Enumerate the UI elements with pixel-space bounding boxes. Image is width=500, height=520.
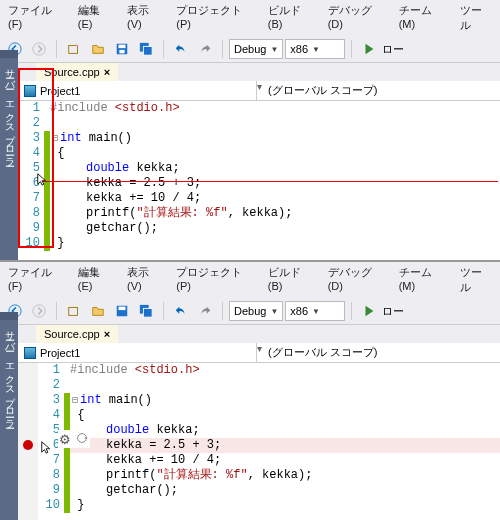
breakpoint-gutter[interactable] [18,363,38,520]
code-area[interactable]: #include <stdio.h> ⊟int main() { double … [70,363,500,520]
start-debug-icon[interactable] [358,38,380,60]
nav-bar-2: Project1 ▾ (グローバル スコープ) [18,343,500,363]
new-project-icon[interactable] [63,38,85,60]
menu-team[interactable]: チーム(M) [399,3,447,33]
menu-tool[interactable]: ツール [460,265,492,295]
svg-point-1 [33,43,45,55]
pin-right-icon[interactable] [75,431,89,447]
close-icon[interactable]: × [104,328,110,340]
start-debug-label: ロー [382,304,404,319]
save-all-icon[interactable] [135,300,157,322]
undo-icon[interactable] [170,300,192,322]
menu-team[interactable]: チーム(M) [399,265,447,295]
collapse-icon[interactable]: ⊟ [70,393,80,408]
platform-combo[interactable]: x86▼ [285,39,345,59]
global-scope[interactable]: (グローバル スコープ) [262,343,500,362]
undo-icon[interactable] [170,38,192,60]
menu-file[interactable]: ファイル(F) [8,265,64,295]
open-file-icon[interactable] [87,38,109,60]
tab-row-2: Source.cpp × [18,325,500,343]
svg-rect-2 [69,46,78,54]
redo-icon[interactable] [194,300,216,322]
tab-row: Source.cpp × [18,63,500,81]
start-debug-icon[interactable] [358,300,380,322]
nav-bar: Project1 ▾ (グローバル スコープ) [18,81,500,101]
new-project-icon[interactable] [63,300,85,322]
redo-icon[interactable] [194,38,216,60]
toolbar-2: Debug▼ x86▼ ロー [0,298,500,325]
svg-rect-12 [119,307,126,311]
menu-edit[interactable]: 編集(E) [78,265,113,295]
gear-icon[interactable]: ⚙ [59,432,71,447]
menu-tool[interactable]: ツール [460,3,492,33]
global-scope[interactable]: (グローバル スコープ) [262,81,500,100]
side-tabs-2: サーバー エクスプローラー ツールボックス [0,312,18,520]
mouse-cursor [36,172,50,188]
bottom-pane: ファイル(F) 編集(E) 表示(V) プロジェクト(P) ビルド(B) デバッ… [0,260,500,520]
svg-point-9 [33,305,45,317]
svg-rect-4 [119,45,126,49]
config-combo[interactable]: Debug▼ [229,301,283,321]
highlight-line [38,181,498,182]
menu-project[interactable]: プロジェクト(P) [176,265,254,295]
mouse-cursor [40,440,54,456]
svg-rect-5 [119,50,124,54]
highlight-box [18,68,54,248]
platform-combo[interactable]: x86▼ [285,301,345,321]
menu-project[interactable]: プロジェクト(P) [176,3,254,33]
side-server-explorer[interactable]: サーバー エクスプローラー [0,58,18,260]
start-debug-label: ロー [382,42,404,57]
nav-fwd-icon[interactable] [28,38,50,60]
nav-fwd-icon[interactable] [28,300,50,322]
config-combo[interactable]: Debug▼ [229,39,283,59]
code-editor-2[interactable]: 12345678910 #include <stdio.h> ⊟int main… [18,363,500,520]
side-server-explorer[interactable]: サーバー エクスプローラー [0,320,18,520]
toolbar: Debug▼ x86▼ ロー [0,36,500,63]
menu-debug[interactable]: デバッグ(D) [328,265,385,295]
save-icon[interactable] [111,38,133,60]
svg-rect-7 [143,46,152,55]
menu-debug[interactable]: デバッグ(D) [328,3,385,33]
svg-rect-14 [143,308,152,317]
file-tab[interactable]: Source.cpp × [36,325,118,343]
save-icon[interactable] [111,300,133,322]
close-icon[interactable]: × [104,66,110,78]
menu-file[interactable]: ファイル(F) [8,3,64,33]
menu-bar: ファイル(F) 編集(E) 表示(V) プロジェクト(P) ビルド(B) デバッ… [0,0,500,36]
side-tabs: サーバー エクスプローラー ツールボックス [0,50,18,260]
menu-edit[interactable]: 編集(E) [78,3,113,33]
save-all-icon[interactable] [135,38,157,60]
project-icon [24,347,36,359]
svg-rect-10 [69,308,78,316]
menu-build[interactable]: ビルド(B) [268,3,314,33]
menu-view[interactable]: 表示(V) [127,3,162,33]
menu-build[interactable]: ビルド(B) [268,265,314,295]
menu-bar-2: ファイル(F) 編集(E) 表示(V) プロジェクト(P) ビルド(B) デバッ… [0,262,500,298]
top-pane: ファイル(F) 編集(E) 表示(V) プロジェクト(P) ビルド(B) デバッ… [0,0,500,260]
menu-view[interactable]: 表示(V) [127,265,162,295]
breakpoint-hover: ⚙ [58,430,90,448]
project-scope[interactable]: Project1 [18,343,257,362]
breakpoint-icon[interactable] [23,440,33,450]
open-file-icon[interactable] [87,300,109,322]
